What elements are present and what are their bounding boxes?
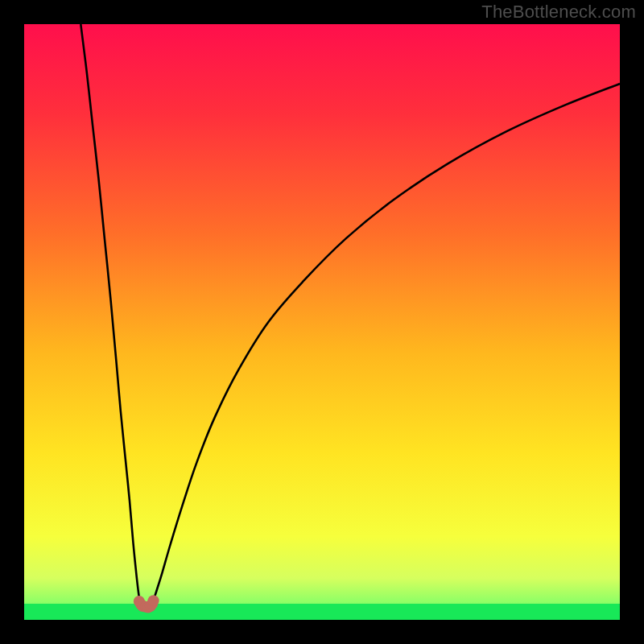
chart-frame: TheBottleneck.com <box>0 0 644 644</box>
bottleneck-chart <box>24 24 620 620</box>
watermark-text: TheBottleneck.com <box>481 2 636 23</box>
valley-marker-7 <box>148 595 159 606</box>
bottom-band <box>24 604 620 620</box>
